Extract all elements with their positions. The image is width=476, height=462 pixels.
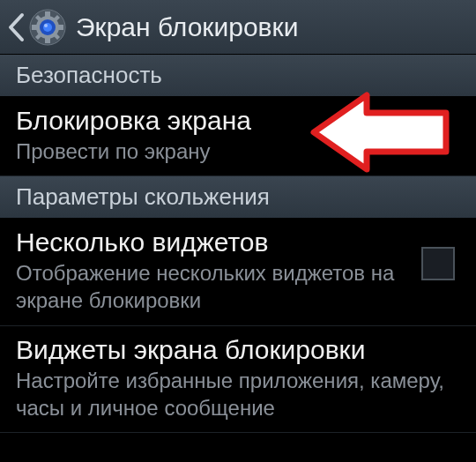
item-lock-widgets[interactable]: Виджеты экрана блокировки Настройте избр… bbox=[0, 326, 476, 433]
item-title: Блокировка экрана bbox=[16, 106, 460, 136]
header-bar: Экран блокировки bbox=[0, 0, 476, 55]
section-header-security: Безопасность bbox=[0, 55, 476, 97]
item-subtitle: Отображение нескольких виджетов на экран… bbox=[16, 259, 421, 314]
page-title: Экран блокировки bbox=[76, 12, 298, 42]
svg-point-4 bbox=[44, 24, 48, 27]
item-subtitle: Настройте избранные приложения, камеру, … bbox=[16, 367, 460, 421]
section-header-slide: Параметры скольжения bbox=[0, 176, 476, 219]
item-content: Несколько виджетов Отображение нескольки… bbox=[16, 227, 421, 314]
svg-point-3 bbox=[43, 23, 52, 32]
item-title: Несколько виджетов bbox=[16, 227, 421, 257]
section-label: Параметры скольжения bbox=[16, 183, 270, 210]
checkbox-multiple-widgets[interactable] bbox=[421, 247, 455, 280]
item-title: Виджеты экрана блокировки bbox=[16, 335, 460, 365]
settings-gear-icon bbox=[28, 8, 67, 47]
item-screen-lock[interactable]: Блокировка экрана Провести по экрану bbox=[0, 97, 476, 176]
back-icon[interactable] bbox=[7, 12, 25, 42]
item-content: Блокировка экрана Провести по экрану bbox=[16, 106, 460, 165]
item-multiple-widgets[interactable]: Несколько виджетов Отображение нескольки… bbox=[0, 219, 476, 325]
item-content: Виджеты экрана блокировки Настройте избр… bbox=[16, 335, 460, 421]
item-subtitle: Провести по экрану bbox=[16, 138, 460, 165]
section-label: Безопасность bbox=[16, 62, 162, 88]
